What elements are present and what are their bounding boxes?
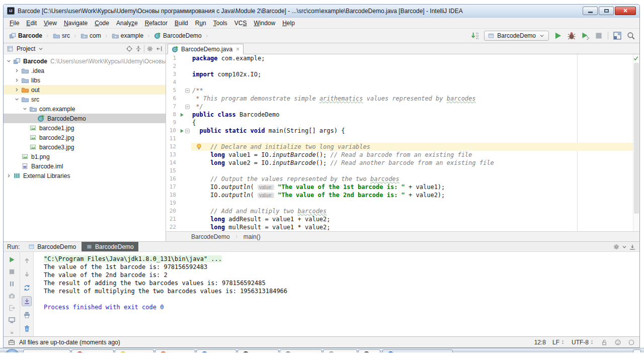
- taskbar-button-intellij[interactable]: [382, 349, 453, 352]
- tree-chevron-icon[interactable]: [6, 58, 12, 64]
- restore-layout-button[interactable]: [22, 283, 32, 293]
- close-button[interactable]: ✕: [615, 7, 636, 15]
- code-line-19[interactable]: 19: [166, 199, 639, 207]
- breadcrumb-example[interactable]: example: [110, 32, 145, 40]
- toolwindow-toggle-icon[interactable]: [8, 339, 15, 346]
- menu-file[interactable]: File: [6, 18, 23, 28]
- tree-item-barcodedemo[interactable]: CBarcodeDemo: [4, 114, 166, 123]
- title-bar[interactable]: IJ Barcode [C:\Users\user\Work\Курсы\Ude…: [4, 5, 639, 18]
- taskbar-button[interactable]: [71, 349, 114, 352]
- highlighting-level-icon[interactable]: [614, 339, 621, 346]
- maximize-button[interactable]: [599, 7, 614, 15]
- stop-process-button[interactable]: [7, 267, 17, 276]
- menu-window[interactable]: Window: [250, 18, 279, 28]
- tree-chevron-icon[interactable]: [14, 67, 20, 74]
- editor-breadcrumb-item[interactable]: main(): [244, 233, 261, 240]
- code-line-15[interactable]: 15: [166, 167, 639, 175]
- thread-dump-button[interactable]: [7, 292, 17, 300]
- inspections-ok-icon[interactable]: [633, 55, 639, 61]
- menu-build[interactable]: Build: [171, 18, 192, 28]
- menu-navigate[interactable]: Navigate: [60, 18, 91, 28]
- rerun-button[interactable]: [7, 255, 17, 264]
- tree-chevron-icon[interactable]: [14, 96, 20, 103]
- down-stack-trace-button[interactable]: [22, 269, 32, 279]
- code-line-10[interactable]: 10 public static void main(String[] args…: [166, 127, 639, 135]
- code-line-6[interactable]: 6 * This program demonstrate simple arit…: [166, 95, 639, 103]
- code-line-11[interactable]: 11: [166, 135, 639, 143]
- menu-edit[interactable]: Edit: [23, 18, 40, 28]
- select-opened-file-icon[interactable]: [126, 45, 133, 52]
- collapse-all-icon[interactable]: [135, 45, 142, 52]
- minimize-button[interactable]: [583, 7, 598, 15]
- tree-item-src[interactable]: src: [4, 95, 166, 104]
- editor-breadcrumb-item[interactable]: BarcodeDemo: [191, 233, 230, 240]
- gear-icon[interactable]: [146, 45, 153, 52]
- tree-chevron-icon[interactable]: [14, 86, 20, 93]
- code-editor[interactable]: 1package com.example;23import comp102x.I…: [166, 54, 639, 231]
- taskbar-button[interactable]: [155, 349, 195, 352]
- clear-console-button[interactable]: [22, 323, 32, 333]
- tree-item-barcode2-jpg[interactable]: barcode2.jpg: [4, 133, 166, 142]
- code-line-5[interactable]: 5/**: [166, 86, 639, 95]
- tree-item-barcode3-jpg[interactable]: barcode3.jpg: [4, 142, 166, 152]
- stop-button[interactable]: [594, 31, 603, 40]
- code-line-9[interactable]: 9{: [166, 119, 639, 127]
- notifications-icon[interactable]: [628, 339, 635, 346]
- breadcrumb-barcodedemo[interactable]: CBarcodeDemo: [152, 32, 203, 40]
- taskbar-button[interactable]: [280, 349, 322, 352]
- code-line-12[interactable]: 12 // Declare and initialize two long va…: [166, 143, 639, 151]
- tree-item-out[interactable]: out: [4, 85, 166, 95]
- fold-marker-icon[interactable]: [185, 88, 190, 94]
- code-line-3[interactable]: 3import comp102x.IO;: [166, 70, 639, 78]
- tree-item-barcode[interactable]: BarcodeC:\Users\user\Work\Курсы\Udemy\Ос…: [4, 56, 166, 66]
- tree-item--idea[interactable]: .idea: [4, 66, 166, 75]
- project-refresh-icon[interactable]: 011001: [470, 31, 479, 40]
- taskbar-button[interactable]: [196, 349, 236, 352]
- tree-item-barcode-iml[interactable]: Barcode.iml: [4, 161, 166, 171]
- tree-item-libs[interactable]: libs: [4, 75, 166, 85]
- tree-item-b1-png[interactable]: b1.png: [4, 152, 166, 161]
- caret-position[interactable]: 12:8: [534, 339, 546, 346]
- taskbar-button[interactable]: [237, 349, 279, 352]
- run-button[interactable]: [553, 31, 562, 40]
- code-line-8[interactable]: 8public class BarcodeDemo: [166, 111, 639, 119]
- hide-run-panel-icon[interactable]: [629, 243, 636, 250]
- run-line-icon[interactable]: [179, 128, 185, 134]
- debug-button[interactable]: [567, 31, 576, 40]
- exit-button[interactable]: [7, 304, 17, 312]
- project-panel-title[interactable]: Project: [17, 45, 35, 52]
- line-separator-selector[interactable]: LF: [552, 339, 565, 346]
- taskbar-button[interactable]: [323, 349, 357, 352]
- code-line-14[interactable]: 14 long value2 = IO.inputBarcode(); // R…: [166, 159, 639, 167]
- intention-bulb-icon[interactable]: [195, 143, 203, 150]
- file-encoding-selector[interactable]: UTF-8: [572, 339, 594, 346]
- run-console[interactable]: "C:\Program Files\Java\jdk1.8.0_131\bin\…: [34, 252, 639, 336]
- windows-taskbar[interactable]: [0, 348, 644, 352]
- console-layout-button[interactable]: [7, 316, 17, 324]
- run-tab-barcodedemo-1[interactable]: BarcodeDemo: [82, 242, 138, 251]
- run-settings-gear-icon[interactable]: [613, 243, 620, 250]
- readonly-lock-icon[interactable]: [601, 339, 608, 346]
- run-line-icon[interactable]: [179, 112, 185, 118]
- code-line-2[interactable]: 2: [166, 62, 639, 70]
- code-line-7[interactable]: 7 */: [166, 103, 639, 111]
- start-button[interactable]: [5, 349, 20, 352]
- menu-help[interactable]: Help: [279, 18, 298, 28]
- tree-chevron-icon[interactable]: [22, 106, 28, 112]
- menu-refactor[interactable]: Refactor: [141, 18, 171, 28]
- fold-marker-icon[interactable]: [185, 104, 190, 110]
- breadcrumb-barcode[interactable]: Barcode: [8, 32, 44, 40]
- scrollbar-thumb[interactable]: [634, 63, 639, 214]
- code-line-18[interactable]: 18 IO.outputln( value: "The value of the…: [166, 191, 639, 199]
- run-tab-barcodedemo-0[interactable]: BarcodeDemo: [24, 242, 80, 251]
- tree-chevron-icon[interactable]: [14, 77, 20, 83]
- code-line-17[interactable]: 17 IO.outputln( value: "The value of the…: [166, 183, 639, 191]
- menu-vcs[interactable]: VCS: [231, 18, 251, 28]
- tab-barcodedemo-java[interactable]: C BarcodeDemo.java ×: [168, 44, 244, 54]
- breadcrumb-com[interactable]: com: [79, 32, 103, 40]
- tree-item-barcode1-jpg[interactable]: barcode1.jpg: [4, 123, 166, 133]
- taskbar-button[interactable]: [633, 349, 641, 352]
- taskbar-button[interactable]: [115, 349, 154, 352]
- code-line-16[interactable]: 16 // Output the values represented by t…: [166, 175, 639, 183]
- menu-run[interactable]: Run: [192, 18, 210, 28]
